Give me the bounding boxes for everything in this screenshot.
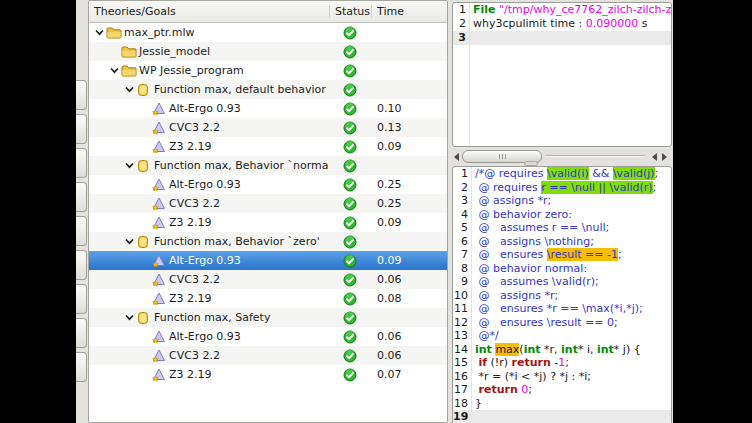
code-segment: ; (528, 383, 532, 396)
line-number: 6 (453, 235, 471, 249)
left-toolbar-button-partial[interactable] (76, 250, 87, 280)
code-text: @ behavior zero: (471, 208, 671, 222)
code-line: 16 *r = (*i < *j) ? *j : *i; (453, 370, 671, 384)
code-text: @ requires r == \null || \valid(r); (471, 181, 671, 195)
code-segment: @ assigns *r; (475, 194, 551, 207)
code-text: @ ensures \result == -1; (471, 248, 671, 262)
highlighted-code-segment: max (495, 343, 519, 356)
tree-row[interactable]: Alt-Ergo 0.930.25 (89, 175, 447, 194)
prover-icon (151, 367, 169, 382)
left-toolbar-button-partial[interactable] (76, 318, 87, 348)
code-text: @ assigns *r; (471, 289, 671, 303)
line-number: 2 (453, 181, 471, 195)
column-header-time[interactable]: Time (371, 5, 447, 18)
chevron-down-icon[interactable] (108, 64, 121, 77)
expander-spacer (138, 349, 151, 362)
goal-icon (136, 158, 154, 173)
code-text: @ assumes r == \null; (471, 221, 671, 235)
tree-row[interactable]: Function max, default behavior (89, 80, 447, 99)
line-number: 1 (453, 3, 469, 17)
prover-icon (151, 196, 169, 211)
chevron-down-icon[interactable] (123, 83, 136, 96)
tree-row-label: Function max, Behavior `normal' (154, 159, 329, 172)
tree-row[interactable]: Function max, Behavior `normal' (89, 156, 447, 175)
tree-row[interactable]: Z3 2.190.07 (89, 365, 447, 384)
code-segment: @ assumes \valid(r); (475, 275, 599, 288)
code-line: 18} (453, 397, 671, 411)
code-line: 14int max(int *r, int* i, int* j) { (453, 343, 671, 357)
left-toolbar-button-partial[interactable] (76, 148, 87, 178)
tree-row-main: Alt-Ergo 0.93 (89, 101, 329, 116)
left-toolbar-button-partial[interactable] (76, 284, 87, 314)
tree-row-label: Alt-Ergo 0.93 (169, 178, 241, 191)
line-number: 18 (453, 397, 471, 411)
tree-body: max_ptr.mlwJessie_modelWP Jessie_program… (89, 23, 447, 384)
tree-row-main: Z3 2.19 (89, 215, 329, 230)
tree-row-main: Function max, Safety (89, 310, 329, 325)
tree-row-label: max_ptr.mlw (124, 26, 195, 39)
tree-row[interactable]: WP Jessie_program (89, 61, 447, 80)
chevron-down-icon[interactable] (123, 311, 136, 324)
tree-row[interactable]: Function max, Behavior `zero' (89, 232, 447, 251)
chevron-down-icon[interactable] (123, 235, 136, 248)
tree-row[interactable]: CVC3 2.20.13 (89, 118, 447, 137)
tree-row[interactable]: Jessie_model (89, 42, 447, 61)
prover-icon (151, 348, 169, 363)
tree-row[interactable]: CVC3 2.20.25 (89, 194, 447, 213)
tree-row[interactable]: Z3 2.190.08 (89, 289, 447, 308)
tree-row[interactable]: Z3 2.190.09 (89, 213, 447, 232)
code-segment: @ ensures \result == 0; (475, 316, 618, 329)
left-toolbar-button-partial[interactable] (76, 216, 87, 246)
code-line: 17 return 0; (453, 383, 671, 397)
code-line: 3 @ assigns *r; (453, 194, 671, 208)
scrollbar-right-forward-stepper-icon[interactable] (662, 153, 667, 161)
tree-row[interactable]: Z3 2.190.09 (89, 137, 447, 156)
theories-goals-tree-panel: Theories/Goals Status Time max_ptr.mlwJe… (88, 0, 448, 423)
scrollbar-track[interactable] (545, 155, 645, 157)
tree-row[interactable]: CVC3 2.20.06 (89, 346, 447, 365)
tree-row-label: CVC3 2.2 (169, 121, 220, 134)
valid-check-icon (329, 64, 371, 78)
line-number: 14 (453, 343, 471, 357)
prover-icon (151, 101, 169, 116)
left-toolbar-button-partial[interactable] (76, 114, 87, 144)
chevron-down-icon[interactable] (123, 159, 136, 172)
code-line: 11 @ ensures *r == \max(*i,*j); (453, 302, 671, 316)
tree-row-main: max_ptr.mlw (89, 25, 329, 40)
expander-spacer (138, 330, 151, 343)
left-toolbar-button-partial[interactable] (76, 352, 87, 382)
source-code-panel[interactable]: 1/*@ requires \valid(i) && \valid(j);2 @… (452, 166, 672, 423)
highlighted-code-segment: \valid(i) (547, 167, 589, 180)
column-header-status[interactable]: Status (329, 5, 371, 18)
folder-icon (121, 63, 139, 78)
valid-check-icon (329, 349, 371, 363)
prover-icon (151, 272, 169, 287)
tree-row-selected[interactable]: Alt-Ergo 0.930.09 (89, 251, 447, 270)
column-header-theories-goals[interactable]: Theories/Goals (89, 5, 329, 18)
prover-output-panel[interactable]: 1File "/tmp/why_ce7762_zilch-zilch-zilc2… (452, 2, 672, 147)
valid-check-icon (329, 121, 371, 135)
code-segment: int (475, 343, 492, 356)
scrollbar-left-stepper-icon[interactable] (454, 153, 459, 161)
tree-row-label: Z3 2.19 (169, 368, 212, 381)
code-text (471, 410, 671, 423)
tree-row[interactable]: Alt-Ergo 0.930.06 (89, 327, 447, 346)
valid-check-icon (329, 292, 371, 306)
tree-row[interactable]: CVC3 2.20.06 (89, 270, 447, 289)
left-toolbar-button-partial[interactable] (76, 182, 87, 212)
tree-row-label: Alt-Ergo 0.93 (169, 102, 241, 115)
tree-row[interactable]: Alt-Ergo 0.930.10 (89, 99, 447, 118)
tree-row-label: Alt-Ergo 0.93 (169, 254, 241, 267)
time-value: 0.25 (371, 197, 447, 210)
expander-spacer (108, 45, 121, 58)
code-text: *r = (*i < *j) ? *j : *i; (471, 370, 671, 384)
valid-check-icon (329, 159, 371, 173)
gutter-separator (469, 3, 470, 146)
valid-check-icon (329, 254, 371, 268)
left-toolbar-button-partial[interactable] (76, 80, 87, 110)
line-number: 3 (453, 194, 471, 208)
chevron-down-icon[interactable] (93, 26, 106, 39)
tree-row[interactable]: max_ptr.mlw (89, 23, 447, 42)
tree-row[interactable]: Function max, Safety (89, 308, 447, 327)
scrollbar-right-back-stepper-icon[interactable] (652, 153, 657, 161)
